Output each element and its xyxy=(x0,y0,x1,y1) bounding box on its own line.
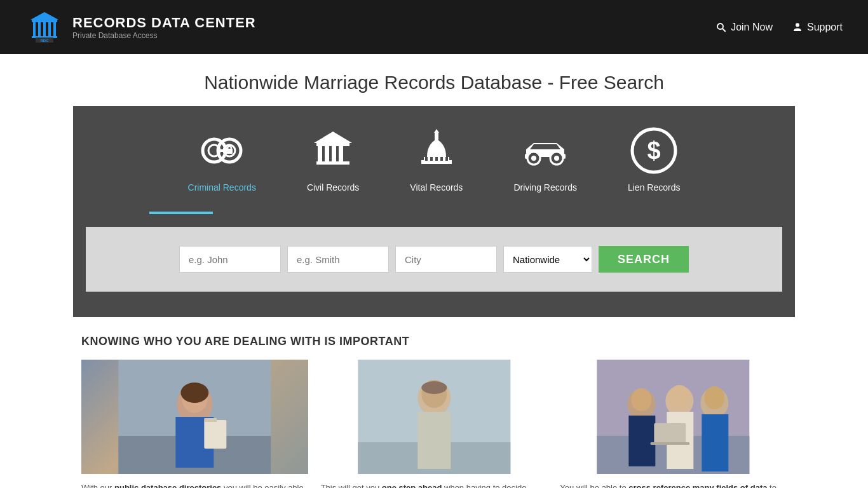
svg-rect-41 xyxy=(562,154,566,159)
svg-rect-31 xyxy=(425,157,428,161)
criminal-icon xyxy=(196,125,247,176)
tab-lien[interactable]: $ Lien Records xyxy=(628,125,681,193)
svg-text:RDC: RDC xyxy=(41,39,50,43)
page-title-area: Nationwide Marriage Records Database - F… xyxy=(0,54,868,106)
card-3-text: You will be able to cross reference many… xyxy=(560,482,787,488)
card-2-text: This will get you one step ahead when ha… xyxy=(321,482,548,488)
svg-rect-5 xyxy=(48,22,51,36)
svg-rect-32 xyxy=(430,157,433,161)
tab-civil[interactable]: Civil Records xyxy=(307,125,359,193)
lien-label: Lien Records xyxy=(628,182,681,193)
civil-icon xyxy=(308,125,358,176)
svg-rect-20 xyxy=(316,143,349,146)
logo-text: RECORDS DATA CENTER Private Database Acc… xyxy=(72,15,256,40)
svg-rect-4 xyxy=(43,22,46,36)
state-select[interactable]: Nationwide Alabama Alaska Arizona Arkans… xyxy=(503,246,592,273)
card-2: This will get you one step ahead when ha… xyxy=(321,360,548,488)
card-image-2 xyxy=(321,360,548,474)
header: RDC RECORDS DATA CENTER Private Database… xyxy=(0,0,868,54)
search-icon xyxy=(715,22,727,33)
handcuffs-svg xyxy=(196,125,247,176)
svg-rect-2 xyxy=(33,22,36,36)
tab-vital[interactable]: Vital Records xyxy=(410,125,463,193)
category-tabs: Criminal Records Civil Records xyxy=(86,125,782,193)
search-form-area: Nationwide Alabama Alaska Arizona Arkans… xyxy=(86,227,782,292)
page-title: Nationwide Marriage Records Database - F… xyxy=(13,72,855,93)
svg-rect-3 xyxy=(38,22,41,36)
tab-driving[interactable]: Driving Records xyxy=(513,125,577,193)
svg-point-49 xyxy=(180,383,208,403)
card-img-placeholder-1 xyxy=(81,360,308,474)
svg-rect-23 xyxy=(332,146,336,163)
svg-marker-30 xyxy=(434,129,439,133)
svg-rect-1 xyxy=(32,20,57,22)
first-name-input[interactable] xyxy=(179,246,281,273)
car-svg xyxy=(520,125,571,176)
driving-label: Driving Records xyxy=(513,182,577,193)
person-icon xyxy=(792,22,803,33)
business-illustration xyxy=(560,360,787,474)
logo-subtitle: Private Database Access xyxy=(72,31,256,40)
vital-icon xyxy=(411,125,462,176)
svg-rect-50 xyxy=(204,420,226,449)
civil-label: Civil Records xyxy=(307,182,359,193)
card-1: With our public database directories you… xyxy=(81,360,308,488)
svg-rect-69 xyxy=(654,423,686,444)
support-link[interactable]: Support xyxy=(792,22,843,33)
header-nav: Join Now Support xyxy=(715,22,843,33)
svg-point-39 xyxy=(554,156,559,161)
building-svg xyxy=(308,125,358,176)
svg-text:$: $ xyxy=(648,137,661,164)
svg-rect-24 xyxy=(339,146,343,163)
lien-icon: $ xyxy=(628,125,679,176)
card-image-1 xyxy=(81,360,308,474)
criminal-label: Criminal Records xyxy=(188,182,256,193)
svg-rect-51 xyxy=(204,418,217,422)
svg-rect-61 xyxy=(629,416,656,466)
logo-icon: RDC xyxy=(25,8,64,46)
svg-point-13 xyxy=(796,23,799,27)
cards-area: With our public database directories you… xyxy=(0,360,868,488)
svg-rect-6 xyxy=(53,22,56,36)
svg-point-37 xyxy=(531,156,536,161)
support-label: Support xyxy=(807,22,843,33)
section-title: KNOWING WHO YOU ARE DEALING WITH IS IMPO… xyxy=(0,317,868,360)
svg-point-68 xyxy=(705,386,725,409)
svg-rect-25 xyxy=(316,161,349,165)
logo-area: RDC RECORDS DATA CENTER Private Database… xyxy=(25,8,256,46)
active-tab-indicator xyxy=(149,212,213,214)
svg-rect-67 xyxy=(702,414,729,471)
last-name-input[interactable] xyxy=(287,246,389,273)
woman-illustration xyxy=(81,360,308,474)
join-now-label: Join Now xyxy=(731,22,773,33)
svg-rect-40 xyxy=(525,154,528,159)
card-3: You will be able to cross reference many… xyxy=(560,360,787,488)
vital-label: Vital Records xyxy=(410,182,463,193)
svg-point-11 xyxy=(717,24,723,29)
card-img-placeholder-3 xyxy=(560,360,787,474)
capitol-svg xyxy=(411,125,462,176)
svg-rect-29 xyxy=(435,132,438,140)
tab-criminal[interactable]: Criminal Records xyxy=(188,125,256,193)
svg-line-12 xyxy=(722,29,726,32)
card-img-placeholder-2 xyxy=(321,360,548,474)
svg-point-57 xyxy=(421,381,447,394)
svg-marker-26 xyxy=(314,132,352,143)
svg-rect-70 xyxy=(651,442,690,445)
svg-point-65 xyxy=(670,385,690,408)
man-illustration xyxy=(321,360,548,474)
svg-rect-35 xyxy=(445,157,448,161)
card-image-3 xyxy=(560,360,787,474)
city-input[interactable] xyxy=(395,246,497,273)
svg-rect-33 xyxy=(435,157,438,161)
card-1-text: With our public database directories you… xyxy=(81,482,308,488)
svg-rect-22 xyxy=(325,146,329,163)
svg-rect-55 xyxy=(417,412,451,469)
svg-rect-34 xyxy=(440,157,443,161)
search-button[interactable]: SEARCH xyxy=(599,246,689,273)
svg-rect-19 xyxy=(226,149,233,154)
logo-title: RECORDS DATA CENTER xyxy=(72,15,256,31)
driving-icon xyxy=(520,125,571,176)
join-now-link[interactable]: Join Now xyxy=(715,22,773,33)
dollar-circle-svg: $ xyxy=(628,125,679,176)
